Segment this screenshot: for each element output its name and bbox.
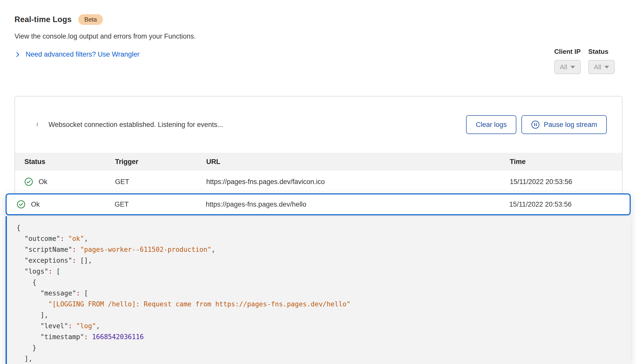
status-dropdown[interactable]: All: [588, 60, 615, 74]
column-header-time: Time: [510, 158, 622, 166]
page-subtitle: View the console.log output and errors f…: [14, 32, 196, 40]
expanded-log-entry: Ok GET https://pages-fns.pages.dev/hello…: [6, 193, 631, 364]
row-url: https://pages-fns.pages.dev/favicon.ico: [206, 178, 510, 186]
client-ip-filter: Client IP All: [554, 48, 581, 74]
page-title: Real-time Logs: [14, 15, 72, 24]
pause-icon: [531, 120, 540, 129]
row-status: Ok: [39, 178, 47, 186]
page-header: Real-time Logs Beta View the console.log…: [14, 14, 196, 58]
row-status: Ok: [31, 201, 40, 208]
chevron-right-icon: [14, 51, 21, 58]
logs-panel: Websocket connection established. Listen…: [14, 96, 623, 197]
column-header-trigger: Trigger: [115, 158, 206, 166]
log-table-row-selected[interactable]: Ok GET https://pages-fns.pages.dev/hello…: [6, 193, 631, 215]
column-header-url: URL: [206, 158, 510, 166]
status-filter: Status All: [588, 48, 615, 74]
websocket-status-text: Websocket connection established. Listen…: [49, 121, 223, 129]
wrangler-link-label: Need advanced filters? Use Wrangler: [26, 51, 139, 58]
row-time: 15/11/2022 20:53:56: [509, 201, 630, 208]
wrangler-advanced-filters-link[interactable]: Need advanced filters? Use Wrangler: [14, 51, 196, 58]
check-circle-icon: [24, 177, 33, 186]
log-filters: Client IP All Status All: [554, 48, 615, 74]
log-table-row[interactable]: Ok GET https://pages-fns.pages.dev/favic…: [15, 171, 622, 193]
row-time: 15/11/2022 20:53:56: [510, 178, 622, 186]
log-table-header: Status Trigger URL Time: [15, 153, 622, 171]
spinner-icon: [36, 121, 42, 128]
client-ip-dropdown[interactable]: All: [554, 60, 581, 74]
logs-toolbar: Websocket connection established. Listen…: [15, 96, 622, 153]
check-circle-icon: [17, 200, 25, 209]
client-ip-value: All: [560, 63, 567, 71]
websocket-status: Websocket connection established. Listen…: [36, 121, 223, 129]
log-detail-panel: { "outcome": "ok", "scriptName": "pages-…: [6, 216, 631, 364]
caret-down-icon: [570, 66, 575, 69]
pause-log-stream-label: Pause log stream: [544, 121, 597, 129]
clear-logs-button[interactable]: Clear logs: [466, 115, 516, 134]
caret-down-icon: [604, 66, 609, 69]
log-detail-json: { "outcome": "ok", "scriptName": "pages-…: [17, 222, 631, 364]
row-url: https://pages-fns.pages.dev/hello: [206, 201, 509, 208]
beta-badge: Beta: [78, 14, 103, 25]
pause-log-stream-button[interactable]: Pause log stream: [521, 115, 607, 134]
status-value: All: [594, 63, 601, 71]
status-label: Status: [588, 48, 615, 56]
row-trigger: GET: [115, 178, 206, 186]
column-header-status: Status: [24, 158, 115, 166]
client-ip-label: Client IP: [554, 48, 581, 56]
row-trigger: GET: [115, 201, 206, 208]
clear-logs-label: Clear logs: [476, 121, 507, 129]
